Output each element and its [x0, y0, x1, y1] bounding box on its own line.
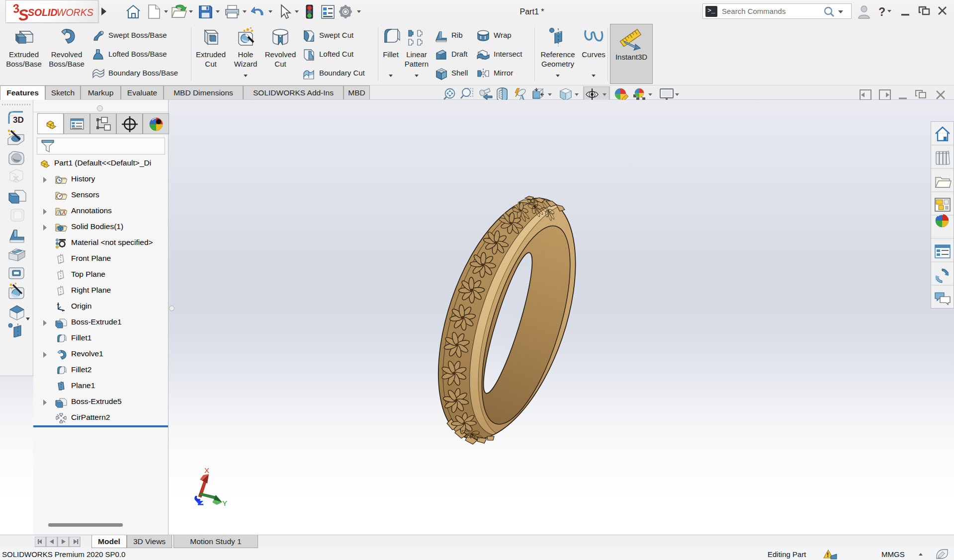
svg-text:X: X: [204, 466, 209, 475]
svg-text:Y: Y: [222, 499, 227, 507]
svg-text:A: A: [57, 209, 62, 216]
svg-text:!: !: [827, 551, 829, 559]
svg-text:3D: 3D: [13, 115, 24, 125]
